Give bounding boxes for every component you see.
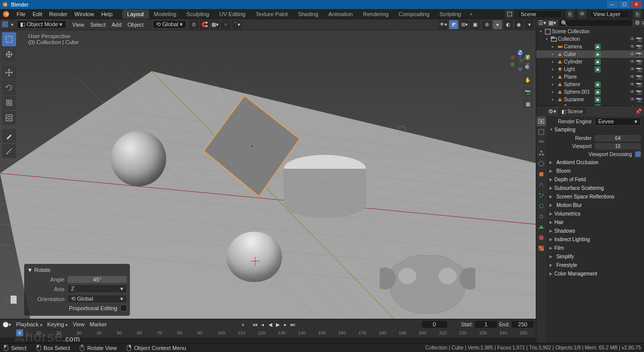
tool-measure[interactable] [2, 144, 16, 158]
falloff-icon[interactable]: ⌒▾ [232, 20, 241, 29]
workspace-tab-uv-editing[interactable]: UV Editing [214, 10, 250, 19]
new-scene-button[interactable]: ⎘ [565, 10, 575, 19]
tool-select-box[interactable] [2, 32, 16, 46]
end-frame-input[interactable]: 250 [512, 321, 534, 328]
visibility-icon[interactable]: 👁 [630, 89, 636, 95]
outliner-new-collection-icon[interactable]: ▿ [642, 20, 644, 26]
visibility-icon[interactable]: 👁 [630, 66, 636, 72]
render-visibility-icon[interactable]: 📷 [636, 89, 642, 95]
perspective-icon[interactable]: ▦ [523, 99, 533, 109]
timeline-menu-marker[interactable]: Marker [87, 321, 109, 328]
orientation-select[interactable]: ⟲ Global ▾ [67, 295, 127, 303]
snap-icon[interactable]: 🧲 [200, 20, 209, 29]
section-depth-of-field[interactable]: Depth of Field [546, 175, 644, 184]
keyframe-next-icon[interactable]: ▸ [282, 321, 289, 328]
prop-tab-viewlayer[interactable] [536, 137, 546, 148]
section-simplify[interactable]: Simplify [546, 252, 644, 261]
jump-start-icon[interactable]: ⏮ [252, 321, 259, 328]
play-icon[interactable]: ▶ [274, 321, 281, 328]
snap-target-icon[interactable]: ▦▾ [210, 20, 220, 29]
render-visibility-icon[interactable]: 📷 [636, 36, 642, 42]
shading-options-icon[interactable]: ▾ [525, 20, 534, 29]
new-viewlayer-button[interactable]: ⎘ [633, 10, 642, 19]
render-visibility-icon[interactable]: 📷 [636, 44, 642, 49]
prop-tab-physics[interactable] [536, 201, 546, 211]
object-suzanne[interactable] [380, 248, 475, 314]
properties-context-label[interactable]: ◧ Scene [558, 108, 586, 115]
menu-render[interactable]: Render [46, 10, 71, 18]
section-ambient-occlusion[interactable]: Ambient Occlusion [546, 158, 644, 167]
tool-move[interactable] [2, 65, 16, 80]
outliner-filter-icon[interactable]: ⚙ [635, 20, 640, 26]
section-color-management[interactable]: Color Management [546, 269, 644, 278]
section-motion-blur[interactable]: Motion Blur [546, 201, 644, 209]
render-visibility-icon[interactable]: 📷 [636, 59, 642, 64]
object-cylinder[interactable] [282, 154, 368, 224]
zoom-icon[interactable]: 🔍 [523, 62, 533, 73]
visibility-icon[interactable]: 👁 [630, 74, 636, 80]
timeline-editor-icon[interactable]: 🕐▾ [2, 320, 11, 328]
prop-tab-material[interactable] [536, 233, 546, 243]
outliner-row-cylinder[interactable]: ▸Cylinder👁📷 [536, 58, 644, 65]
maximize-button[interactable]: ☐ [619, 1, 630, 8]
outliner-row-sphere-001[interactable]: ▸Sphere.001👁📷 [536, 88, 644, 96]
workspace-tab-animation[interactable]: Animation [323, 10, 358, 19]
operator-title[interactable]: ▼ Rotate [27, 267, 127, 273]
xray-icon[interactable]: ▣ [470, 20, 479, 29]
section-sampling[interactable]: Sampling [546, 125, 644, 134]
proportional-checkbox[interactable] [120, 305, 127, 311]
scene-name-input[interactable] [517, 10, 562, 18]
visibility-icon[interactable]: 👁▾ [439, 20, 448, 29]
timeline-menu-playback[interactable]: Playback ▾ [14, 321, 45, 328]
shading-wireframe-icon[interactable]: ⊕ [482, 20, 491, 29]
visibility-icon[interactable]: 👁 [630, 36, 636, 42]
proportional-edit-icon[interactable]: ○ [221, 20, 230, 29]
workspace-tab-modeling[interactable]: Modeling [149, 10, 182, 19]
outliner-row-collection[interactable]: ▾Collection👁📷 [536, 35, 644, 43]
pan-icon[interactable]: ✋ [523, 75, 533, 85]
menu-edit[interactable]: Edit [29, 10, 46, 18]
visibility-icon[interactable]: 👁 [630, 82, 636, 87]
camera-view-icon[interactable]: 📷 [523, 87, 533, 97]
menu-help[interactable]: Help [98, 10, 116, 18]
add-workspace-button[interactable]: + [466, 10, 476, 18]
workspace-tab-compositing[interactable]: Compositing [394, 10, 435, 19]
outliner-search-input[interactable] [558, 19, 633, 27]
pivot-icon[interactable]: ⊙ [189, 20, 198, 29]
start-frame-input[interactable]: 1 [475, 321, 497, 328]
angle-input[interactable]: 45° [67, 276, 127, 283]
prop-tab-output[interactable] [536, 127, 546, 137]
outliner-row-suzanne[interactable]: ▸Suzanne👁📷 [536, 96, 644, 103]
timeline-menu-view[interactable]: View [70, 321, 87, 328]
viewport-menu-object[interactable]: Object [124, 21, 147, 29]
mode-selector[interactable]: ◧ Object Mode ▾ [17, 20, 66, 29]
jump-end-icon[interactable]: ⏭ [290, 321, 297, 328]
keyframe-prev-icon[interactable]: ◂ [259, 321, 266, 328]
menu-file[interactable]: File [13, 10, 29, 18]
render-visibility-icon[interactable]: 📷 [636, 51, 642, 57]
timeline-track[interactable]: 0102030405060708090100110120130140150160… [0, 329, 536, 343]
outliner-row-cube[interactable]: ▸Cube👁📷 [536, 50, 644, 58]
workspace-tab-layout[interactable]: Layout [122, 10, 149, 19]
viewlayer-browse-icon[interactable] [578, 10, 587, 19]
section-screen-space-reflections[interactable]: Screen Space Reflections [546, 192, 644, 201]
viewport-3d[interactable]: User Perspective (0) Collection | Cube Z… [0, 30, 536, 319]
object-sphere[interactable] [111, 131, 166, 186]
section-indirect-lighting[interactable]: Indirect Lighting [546, 235, 644, 244]
section-volumetrics[interactable]: Volumetrics [546, 209, 644, 218]
section-hair[interactable]: Hair [546, 218, 644, 227]
section-shadows[interactable]: Shadows [546, 227, 644, 235]
menu-window[interactable]: Window [71, 10, 98, 18]
visibility-icon[interactable]: 👁 [630, 44, 636, 49]
section-freestyle[interactable]: Freestyle [546, 261, 644, 269]
prop-tab-render[interactable] [536, 116, 546, 126]
current-frame-input[interactable]: 0 [422, 321, 447, 328]
shading-solid-icon[interactable]: ● [493, 20, 502, 29]
tool-scale[interactable] [2, 96, 16, 110]
prop-tab-constraint[interactable] [536, 212, 546, 222]
outliner-row-scene collection[interactable]: ▾Scene Collection [536, 28, 644, 35]
tool-transform[interactable] [2, 111, 16, 125]
object-camera-icon[interactable] [398, 126, 406, 134]
pin-icon[interactable]: 📌 [635, 108, 642, 115]
render-engine-select[interactable]: Eevee ▾ [595, 117, 641, 126]
